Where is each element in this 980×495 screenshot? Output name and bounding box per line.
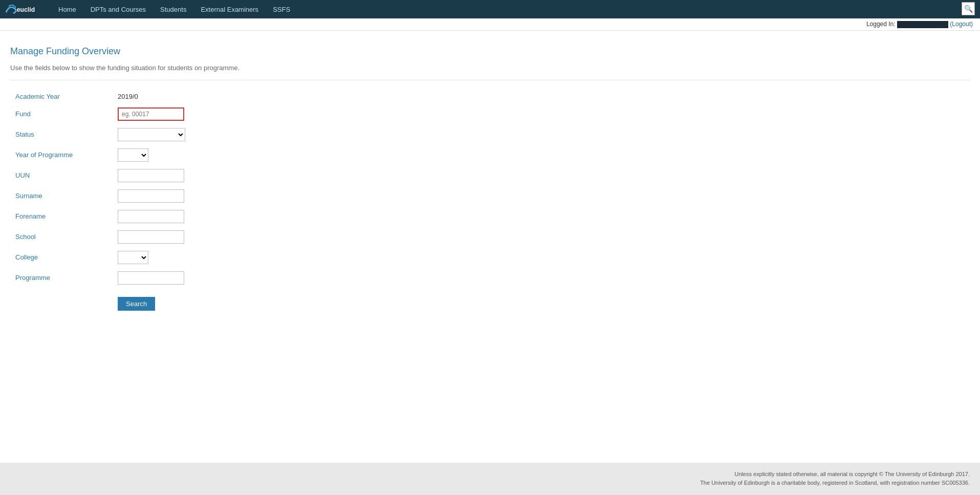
nav-home[interactable]: Home: [51, 0, 83, 18]
navbar: euclid Home DPTs and Courses Students Ex…: [0, 0, 980, 18]
surname-input[interactable]: [118, 189, 184, 203]
status-label: Status: [15, 131, 118, 138]
footer: Unless explicitly stated otherwise, all …: [0, 463, 980, 495]
surname-row: Surname: [15, 189, 970, 203]
forename-label: Forename: [15, 212, 118, 220]
logged-in-label: Logged In:: [866, 20, 896, 28]
uun-row: UUN: [15, 169, 970, 182]
status-select[interactable]: [118, 128, 185, 141]
nav-ssfs[interactable]: SSFS: [266, 0, 297, 18]
forename-input[interactable]: [118, 210, 184, 223]
year-of-programme-row: Year of Programme: [15, 148, 970, 162]
college-row: College: [15, 251, 970, 264]
nav-students[interactable]: Students: [153, 0, 193, 18]
search-button[interactable]: Search: [118, 297, 155, 311]
logout-link[interactable]: (Logout): [950, 20, 973, 28]
nav-dpts-courses[interactable]: DPTs and Courses: [83, 0, 153, 18]
nav-links: Home DPTs and Courses Students External …: [51, 0, 975, 18]
uun-input[interactable]: [118, 169, 184, 182]
logged-in-username: [897, 21, 948, 28]
college-select[interactable]: [118, 251, 148, 264]
school-input[interactable]: [118, 230, 184, 244]
year-of-programme-label: Year of Programme: [15, 151, 118, 159]
school-row: School: [15, 230, 970, 244]
svg-text:euclid: euclid: [17, 6, 35, 13]
school-label: School: [15, 233, 118, 241]
search-icon-button[interactable]: 🔍: [962, 2, 975, 15]
search-button-row: Search: [15, 292, 970, 311]
page-title: Manage Funding Overview: [10, 46, 970, 57]
academic-year-row: Academic Year 2019/0: [15, 93, 970, 100]
fund-row: Fund: [15, 107, 970, 121]
forename-row: Forename: [15, 210, 970, 223]
academic-year-label: Academic Year: [15, 93, 118, 100]
fund-label: Fund: [15, 110, 118, 118]
status-row: Status: [15, 128, 970, 141]
programme-label: Programme: [15, 274, 118, 282]
surname-label: Surname: [15, 192, 118, 200]
logged-in-bar: Logged In: (Logout): [0, 18, 980, 31]
page-subtitle: Use the fields below to show the funding…: [10, 64, 970, 80]
main-content: Manage Funding Overview Use the fields b…: [0, 31, 980, 463]
year-of-programme-select[interactable]: [118, 148, 148, 162]
programme-input[interactable]: [118, 271, 184, 285]
nav-external-examiners[interactable]: External Examiners: [193, 0, 266, 18]
college-label: College: [15, 253, 118, 261]
footer-line1: Unless explicitly stated otherwise, all …: [10, 470, 970, 479]
form-container: Academic Year 2019/0 Fund Status Year of…: [10, 93, 970, 311]
uun-label: UUN: [15, 171, 118, 179]
academic-year-value: 2019/0: [118, 93, 138, 100]
programme-row: Programme: [15, 271, 970, 285]
logo[interactable]: euclid: [5, 2, 41, 16]
footer-line2: The University of Edinburgh is a charita…: [10, 479, 970, 488]
fund-input[interactable]: [118, 107, 184, 121]
